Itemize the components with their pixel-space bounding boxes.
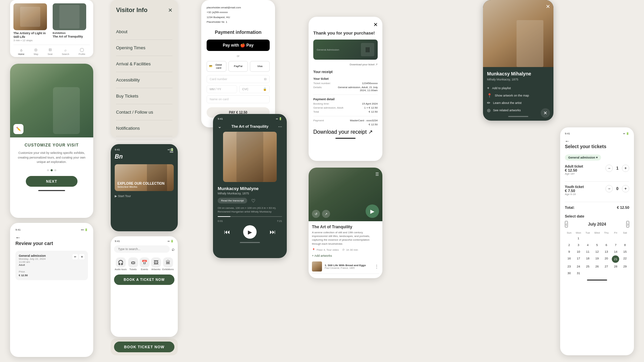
prev-month-button[interactable]: ‹ xyxy=(565,221,568,228)
calendar-day-29[interactable]: 29 xyxy=(621,263,629,269)
nav-profile[interactable]: ◯ Profile xyxy=(78,48,85,55)
calendar-day-7[interactable]: 7 xyxy=(611,242,620,248)
calendar-day-2[interactable]: 2 xyxy=(565,242,574,248)
category-audio-tours[interactable]: 🎧 Audio tours xyxy=(115,257,126,270)
calendar-day-12[interactable]: 12 xyxy=(593,249,601,255)
calendar-day-4[interactable]: 4 xyxy=(583,242,592,248)
youth-increment-button[interactable]: + xyxy=(622,185,629,192)
paypal-button[interactable]: PayPal xyxy=(228,61,248,72)
artwork-detail-close-button[interactable]: ✕ xyxy=(546,3,550,10)
calendar-day-19[interactable]: 19 xyxy=(593,255,601,263)
download-receipt-link[interactable]: Download your receipt ↗ xyxy=(313,129,378,135)
cvc-field[interactable]: CVC 🔒 xyxy=(239,85,270,93)
book-ticket-button[interactable]: BOOK TickET Now xyxy=(114,342,175,352)
card-number-field[interactable]: Card number ⊟ xyxy=(207,75,270,83)
rewind-button[interactable]: ↺ xyxy=(312,210,320,218)
receipt-close-button[interactable]: ✕ xyxy=(313,21,378,28)
start-tour-label[interactable]: ▶ Start Tour xyxy=(115,194,174,198)
add-playlist-action[interactable]: + Add to playlist xyxy=(487,86,549,90)
calendar-day-22[interactable]: 22 xyxy=(621,255,629,263)
category-tickets[interactable]: 🎟 Tickets xyxy=(128,257,138,270)
category-exhibitions[interactable]: 🏛 Exhibitions xyxy=(162,257,174,270)
calendar-day-27[interactable]: 27 xyxy=(602,263,611,269)
menu-item-notifications[interactable]: Notifications xyxy=(116,120,172,136)
favorite-button[interactable]: ♡ xyxy=(251,198,256,203)
menu-icon[interactable]: ☰ xyxy=(169,148,174,154)
cart-back-button[interactable]: ← xyxy=(15,235,88,241)
add-artworks-button[interactable]: + Add artworks xyxy=(312,254,379,257)
menu-item-opening[interactable]: Opening Times xyxy=(116,40,172,56)
share-button[interactable]: ↗ xyxy=(322,210,330,218)
explore-search-icon[interactable]: ⌕ xyxy=(172,246,174,252)
calendar-day-10[interactable]: 10 xyxy=(574,249,583,255)
tour-list-more-button[interactable]: ⋮ xyxy=(374,264,379,269)
book-ticket-bottom-button[interactable]: BOOK A TICKET NOW xyxy=(114,275,174,285)
apple-pay-button[interactable]: Pay with 🍎 Pay xyxy=(207,40,270,51)
calendar-back-button[interactable]: ← xyxy=(565,138,629,144)
calendar-day-14[interactable]: 14 xyxy=(611,249,620,255)
menu-item-arrival[interactable]: Arrival & Facilities xyxy=(116,56,172,72)
delete-item-button[interactable]: ✕ xyxy=(79,254,85,259)
calendar-day-28[interactable]: 28 xyxy=(611,263,620,269)
calendar-day-20[interactable]: 20 xyxy=(602,255,611,263)
explore-search-input[interactable] xyxy=(114,245,170,253)
calendar-day-15[interactable]: 15 xyxy=(621,249,629,255)
name-field[interactable]: Name on card xyxy=(207,95,270,103)
artwork-thumb-2[interactable] xyxy=(53,3,86,30)
nav-home[interactable]: ⌂ Home xyxy=(18,48,24,55)
calendar-day-26[interactable]: 26 xyxy=(593,263,601,269)
tour-menu-button[interactable]: ☰ xyxy=(375,171,379,177)
calendar-day-25[interactable]: 25 xyxy=(583,263,592,269)
menu-item-about[interactable]: About xyxy=(116,24,172,40)
calendar-day-1[interactable]: 1 xyxy=(574,235,583,241)
calendar-day-8[interactable]: 8 xyxy=(621,242,629,248)
calendar-day-30[interactable]: 30 xyxy=(565,270,574,276)
nav-search[interactable]: ⌕ Search xyxy=(62,48,69,55)
mm-yy-field[interactable]: MM / YY xyxy=(207,85,237,93)
player-back-button[interactable]: ⌄ xyxy=(218,124,222,129)
prev-button[interactable]: ⏮ xyxy=(224,229,230,236)
related-artworks-action[interactable]: ◎ See related artworks xyxy=(487,108,549,113)
menu-item-contact[interactable]: Contact / Follow us xyxy=(116,104,172,120)
youth-decrement-button[interactable]: − xyxy=(605,185,613,192)
transcript-button[interactable]: Read the transcript xyxy=(218,198,247,203)
menu-item-tickets[interactable]: Buy Tickets xyxy=(116,88,172,104)
debit-card-button[interactable]: 💳 Debit card xyxy=(207,61,226,72)
visa-button[interactable]: Visa xyxy=(250,61,270,72)
calendar-day-17[interactable]: 17 xyxy=(574,255,583,263)
artwork-bottom-close-button[interactable]: ✕ xyxy=(541,108,550,118)
calendar-day-6[interactable]: 6 xyxy=(602,242,611,248)
calendar-day-18[interactable]: 18 xyxy=(583,255,592,263)
adult-increment-button[interactable]: + xyxy=(622,165,629,172)
show-map-action[interactable]: 📍 Show artwork on the map xyxy=(487,93,549,98)
tour-play-button[interactable]: ▶ xyxy=(366,204,379,218)
adult-decrement-button[interactable]: − xyxy=(605,165,613,172)
calendar-day-9[interactable]: 9 xyxy=(565,249,574,255)
calendar-day-11[interactable]: 11 xyxy=(583,249,592,255)
next-month-button[interactable]: › xyxy=(626,221,629,228)
menu-item-accessibility[interactable]: Accessibility xyxy=(116,72,172,88)
calendar-day-16[interactable]: 16 xyxy=(565,255,574,263)
edit-button[interactable]: ✏️ xyxy=(13,124,23,134)
calendar-day-5[interactable]: 5 xyxy=(593,242,601,248)
player-options-button[interactable]: ··· xyxy=(278,124,282,129)
category-events[interactable]: 📅 Events xyxy=(140,257,150,270)
next-button[interactable]: ⏭ xyxy=(270,229,276,236)
learn-artist-action[interactable]: ✏ Learn about the artist xyxy=(487,101,549,105)
next-button[interactable]: NEXT xyxy=(26,176,77,187)
nav-seat[interactable]: ⊟ Seat xyxy=(48,48,52,55)
edit-item-button[interactable]: ✏ xyxy=(72,254,78,259)
nav-map[interactable]: ◎ Map xyxy=(34,48,38,55)
download-ticket-link[interactable]: Download your ticket ↗ xyxy=(313,63,378,66)
admission-dropdown[interactable]: General admission ▾ xyxy=(565,155,601,161)
category-artworks[interactable]: 🖼 Artworks xyxy=(151,257,161,270)
calendar-day-21[interactable]: 21 xyxy=(612,255,619,263)
calendar-day-31[interactable]: 31 xyxy=(574,270,583,276)
calendar-day-23[interactable]: 23 xyxy=(565,263,574,269)
player-progress-bar[interactable] xyxy=(218,216,282,217)
play-button[interactable]: ▶ xyxy=(243,225,257,239)
calendar-day-3[interactable]: 3 xyxy=(574,242,583,248)
calendar-day-24[interactable]: 24 xyxy=(574,263,583,269)
calendar-day-13[interactable]: 13 xyxy=(602,249,611,255)
visitor-panel-close[interactable]: ✕ xyxy=(168,7,172,13)
